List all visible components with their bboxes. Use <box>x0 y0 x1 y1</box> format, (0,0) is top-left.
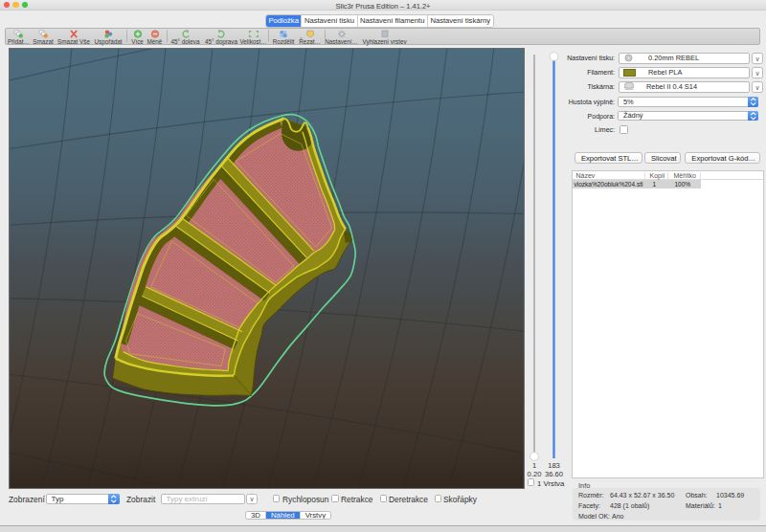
svg-text:36.60: 36.60 <box>545 470 563 478</box>
svg-text:0.20: 0.20 <box>528 470 542 478</box>
